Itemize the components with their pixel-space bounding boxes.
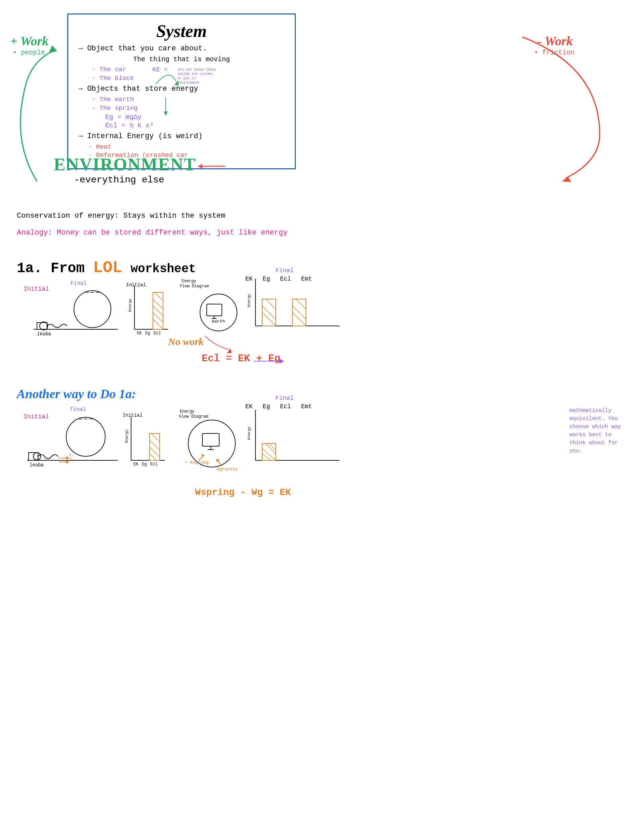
svg-text:Energy: Energy bbox=[180, 409, 194, 414]
final-chart-1-svg: Energy bbox=[245, 276, 346, 336]
final-header-2: Final bbox=[276, 395, 294, 401]
svg-rect-8 bbox=[37, 323, 47, 329]
system-note-small: you can leave these inside the system, o… bbox=[178, 67, 218, 85]
svg-line-39 bbox=[266, 299, 276, 309]
svg-text:earth: earth bbox=[212, 319, 225, 324]
environment-label: ENVIRONMENT bbox=[54, 155, 196, 174]
svg-line-43 bbox=[296, 299, 306, 309]
svg-text:Eg: Eg bbox=[145, 331, 150, 336]
svg-point-9 bbox=[40, 322, 48, 330]
svg-text:leuba: leuba bbox=[37, 331, 51, 336]
svg-text:Flow Diagram: Flow Diagram bbox=[180, 284, 209, 289]
svg-marker-1 bbox=[562, 176, 571, 182]
plus-work-sub-label: • people bbox=[13, 49, 45, 56]
plus-work-label: + Work bbox=[10, 34, 48, 48]
svg-line-67 bbox=[150, 454, 156, 460]
svg-line-88 bbox=[262, 449, 276, 460]
svg-rect-29 bbox=[207, 304, 222, 316]
svg-text:+ Nspring: + Nspring bbox=[185, 460, 208, 465]
ecl-eq-arrow bbox=[252, 356, 286, 366]
svg-line-91 bbox=[269, 444, 276, 450]
svg-text:Ecl: Ecl bbox=[150, 462, 158, 467]
svg-rect-64 bbox=[150, 433, 160, 460]
system-line4: → Internal Energy (is weird) bbox=[78, 132, 285, 141]
svg-point-50 bbox=[33, 453, 41, 460]
svg-text:Energy: Energy bbox=[247, 294, 251, 307]
diagram-2-svg: leuba F→ d→ bbox=[27, 408, 118, 469]
svg-line-22 bbox=[155, 292, 163, 301]
wspring-eq: Wspring - Wg = EK bbox=[195, 487, 291, 498]
barchart-2-svg: EK Eg Ecl Energy bbox=[124, 413, 168, 467]
final-header-1: Final bbox=[276, 267, 294, 274]
system-ecl: Ecl = ½ k x² bbox=[105, 121, 285, 129]
svg-line-41 bbox=[293, 306, 306, 319]
minus-work-sub-label: • friction bbox=[534, 49, 574, 56]
analogy-text: Analogy: Money can be stored different w… bbox=[17, 228, 287, 237]
system-heat: · Heat bbox=[88, 143, 285, 150]
svg-text:Energy: Energy bbox=[125, 430, 129, 443]
final-chart-2-svg: Energy bbox=[245, 407, 346, 474]
barchart-1-svg: EK Eg Ecl Energy bbox=[128, 282, 171, 336]
svg-text:EK: EK bbox=[133, 462, 139, 467]
lol-text: LOL bbox=[93, 259, 122, 277]
svg-line-68 bbox=[151, 433, 160, 442]
svg-point-10 bbox=[74, 291, 111, 327]
minus-work-label: - Work bbox=[538, 34, 573, 48]
svg-text:EK: EK bbox=[137, 331, 142, 336]
energyflow-2-svg: Energy Flow Diagram + Nspring Wgravity bbox=[178, 407, 242, 474]
svg-marker-6 bbox=[198, 164, 202, 169]
system-line2: The thing that is moving bbox=[78, 56, 285, 63]
system-box: System → Object that you care about. The… bbox=[67, 13, 296, 169]
svg-point-52 bbox=[66, 417, 105, 456]
system-sub3: - The earth bbox=[92, 96, 285, 103]
section-1a-title: 1a. From LOL worksheet bbox=[17, 259, 196, 277]
svg-point-27 bbox=[200, 294, 237, 331]
svg-line-37 bbox=[262, 306, 276, 319]
worksheet-text: worksheet bbox=[131, 262, 196, 276]
svg-text:Energy: Energy bbox=[247, 426, 251, 440]
svg-text:d→: d→ bbox=[69, 458, 74, 462]
1a-from: 1a. From bbox=[17, 260, 85, 276]
env-red-arrow bbox=[195, 160, 229, 173]
system-eg: Eg = mgΔy bbox=[105, 113, 285, 121]
svg-line-38 bbox=[262, 313, 276, 326]
svg-text:Wgravity: Wgravity bbox=[217, 467, 238, 472]
svg-text:Energy: Energy bbox=[181, 279, 196, 284]
svg-marker-4 bbox=[164, 112, 168, 116]
system-line1: → Object that you care about. bbox=[78, 44, 285, 53]
svg-line-42 bbox=[293, 313, 306, 326]
energyflow-1-svg: earth Energy Flow Diagram bbox=[178, 276, 238, 336]
environment-sub: -everything else bbox=[74, 175, 164, 185]
system-sub4: - The spring bbox=[92, 104, 285, 112]
svg-rect-74 bbox=[202, 433, 219, 446]
svg-marker-0 bbox=[49, 45, 57, 53]
another-way-title: Another way to Do 1a: bbox=[17, 386, 136, 401]
svg-text:leuba: leuba bbox=[30, 462, 44, 468]
conservation-text: Conservation of energy: Stays within the… bbox=[17, 212, 226, 220]
math-note: mathmatically equivilant. You choose whi… bbox=[570, 407, 630, 455]
diagram-1-svg: leuba bbox=[34, 282, 118, 336]
system-title: System bbox=[78, 21, 285, 41]
eg-arrow bbox=[159, 94, 173, 118]
svg-text:Energy: Energy bbox=[128, 299, 132, 312]
svg-text:Ecl: Ecl bbox=[154, 331, 161, 336]
svg-text:Eg: Eg bbox=[142, 462, 147, 467]
svg-marker-47 bbox=[280, 359, 284, 364]
page: + Work • people - Work • friction System… bbox=[0, 0, 640, 840]
svg-text:Flow Diagram: Flow Diagram bbox=[179, 414, 208, 419]
